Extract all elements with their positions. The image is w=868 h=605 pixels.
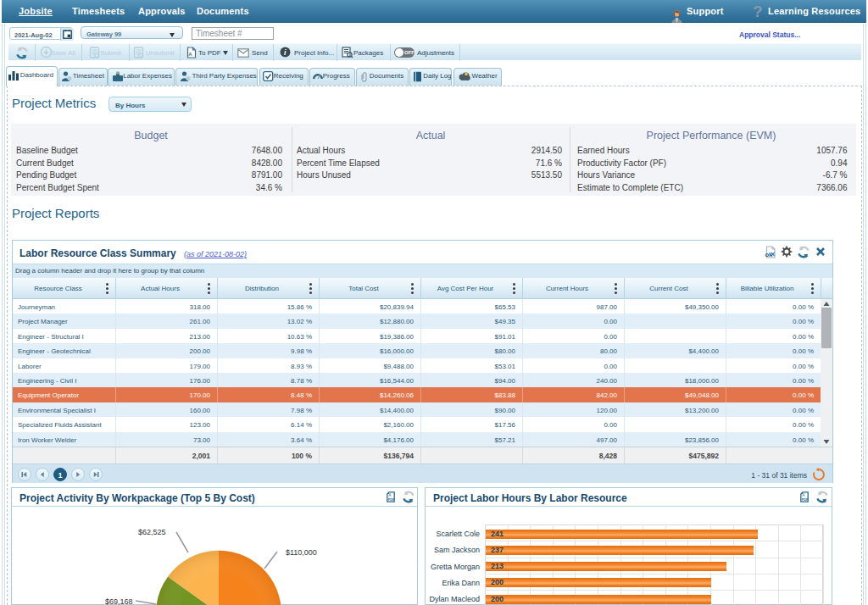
svg-text:$62,525: $62,525	[138, 528, 166, 536]
svg-text:A: A	[188, 52, 192, 57]
svg-text:ok: ok	[765, 251, 773, 258]
svg-text:PDF: PDF	[388, 498, 395, 502]
svg-text:$110,000: $110,000	[286, 548, 317, 557]
svg-text:$69,168: $69,168	[105, 597, 133, 605]
svg-text:PDF: PDF	[802, 498, 809, 502]
